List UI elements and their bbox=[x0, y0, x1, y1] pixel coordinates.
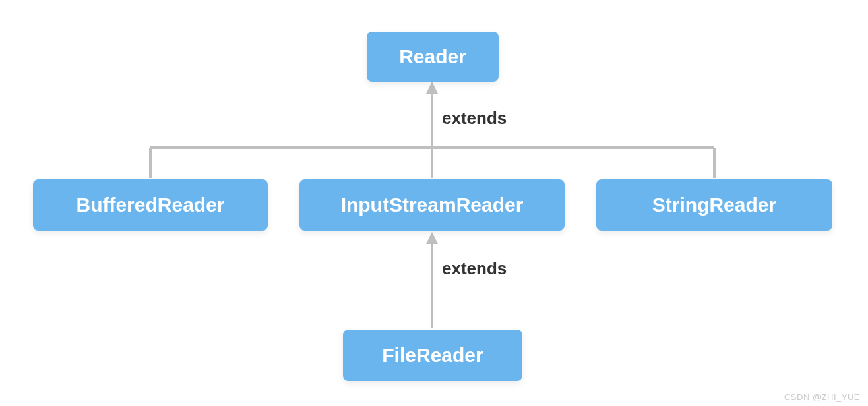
svg-marker-6 bbox=[426, 232, 438, 244]
node-reader-label: Reader bbox=[399, 45, 466, 68]
node-input-stream-reader: InputStreamReader bbox=[299, 179, 565, 231]
node-file-reader: FileReader bbox=[343, 330, 522, 381]
edge-label-extends-bottom: extends bbox=[442, 258, 507, 279]
edge-label-extends-top: extends bbox=[442, 108, 507, 129]
node-buffered-reader-label: BufferedReader bbox=[76, 194, 224, 216]
node-input-stream-reader-label: InputStreamReader bbox=[341, 194, 524, 216]
svg-marker-1 bbox=[426, 82, 438, 94]
node-buffered-reader: BufferedReader bbox=[33, 179, 268, 231]
node-reader: Reader bbox=[367, 32, 499, 82]
node-string-reader: StringReader bbox=[596, 179, 832, 231]
node-file-reader-label: FileReader bbox=[382, 344, 483, 366]
watermark-text: CSDN @ZHI_YUE bbox=[784, 392, 860, 402]
node-string-reader-label: StringReader bbox=[652, 194, 776, 216]
